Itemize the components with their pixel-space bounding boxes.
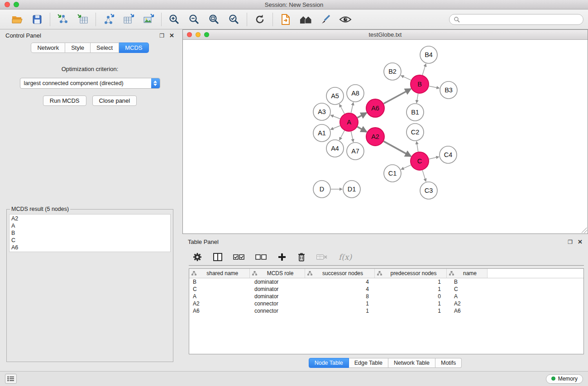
tab-node-table[interactable]: Node Table [309, 358, 349, 368]
table-cell[interactable]: 1 [305, 300, 374, 307]
table-cell[interactable]: dominator [249, 278, 305, 286]
table-row[interactable]: Cdominator41C [189, 286, 583, 293]
tab-edge-table[interactable]: Edge Table [349, 358, 388, 368]
graph-node-mcds[interactable]: A6 [366, 99, 384, 117]
graph-node-mcds[interactable]: A2 [366, 128, 384, 146]
table-cell[interactable]: A [189, 293, 249, 300]
table-cell[interactable]: 1 [374, 286, 446, 293]
graph-edge[interactable] [351, 132, 354, 142]
graph-node[interactable]: B1 [406, 104, 424, 121]
tab-network-table[interactable]: Network Table [388, 358, 435, 368]
graph-node[interactable]: A1 [313, 124, 330, 142]
tab-style[interactable]: Style [65, 43, 91, 53]
resize-grip[interactable] [582, 228, 587, 233]
table-cell[interactable]: A2 [189, 300, 249, 307]
column-header[interactable]: shared name [189, 269, 249, 278]
mcds-result-item[interactable]: A2 [11, 215, 168, 222]
network-zoom-button[interactable] [204, 32, 209, 37]
graph-node[interactable]: D1 [343, 181, 360, 198]
float-table-panel-icon[interactable]: ❐ [568, 239, 573, 245]
mcds-result-item[interactable]: A [11, 222, 168, 229]
network-canvas[interactable]: B4B2BB3A5A8A6A3B1AC2A1A2A4A7C4CC1DD1C3 [183, 40, 588, 234]
graph-node[interactable]: A4 [326, 140, 344, 157]
export-image-icon[interactable] [141, 12, 156, 27]
graph-node-mcds[interactable]: A [340, 113, 358, 131]
import-network-icon[interactable] [55, 12, 71, 27]
close-panel-button[interactable]: Close panel [92, 95, 137, 106]
tab-mcds[interactable]: MCDS [119, 43, 148, 53]
graph-node[interactable]: D [313, 181, 330, 198]
graph-edge[interactable] [339, 131, 344, 140]
table-cell[interactable]: 1 [374, 278, 446, 286]
graph-edge[interactable] [422, 64, 426, 75]
mcds-result-list[interactable]: A2ABCA6 [9, 214, 171, 252]
graph-edge[interactable] [429, 86, 440, 88]
graph-node[interactable]: A8 [347, 85, 364, 102]
node-table-container[interactable]: shared nameMCDS rolesuccessor nodesprede… [189, 268, 584, 354]
delete-column-icon[interactable] [297, 251, 306, 263]
column-header[interactable]: name [446, 269, 487, 278]
graph-node[interactable]: B2 [384, 63, 401, 80]
zoom-selected-icon[interactable] [226, 12, 242, 27]
style-brush-icon[interactable] [318, 12, 333, 27]
table-cell[interactable]: 4 [305, 278, 374, 286]
toolbar-search[interactable] [449, 14, 583, 25]
column-header[interactable]: successor nodes [305, 269, 374, 278]
table-cell[interactable]: 1 [374, 300, 446, 307]
eye-icon[interactable] [338, 12, 353, 27]
zoom-window-button[interactable] [14, 2, 19, 7]
criterion-dropdown[interactable]: largest connected component (directed) [20, 78, 160, 89]
zoom-out-icon[interactable] [186, 12, 202, 27]
table-cell[interactable]: dominator [249, 286, 305, 293]
graph-edge[interactable] [331, 115, 340, 119]
graph-edge[interactable] [401, 165, 411, 170]
delete-table-icon[interactable] [316, 251, 328, 263]
graph-edge[interactable] [384, 89, 411, 104]
table-cell[interactable]: 8 [305, 293, 374, 300]
graph-edge[interactable] [351, 103, 354, 113]
graph-node[interactable]: C3 [420, 182, 437, 199]
table-row[interactable]: A2connector11A2 [189, 300, 583, 307]
snapshot-icon[interactable] [278, 12, 293, 27]
column-header[interactable]: MCDS role [249, 269, 305, 278]
open-folder-icon[interactable] [10, 12, 25, 27]
save-icon[interactable] [29, 12, 45, 27]
table-cell[interactable]: C [189, 286, 249, 293]
network-minimize-button[interactable] [196, 32, 201, 37]
graph-node-mcds[interactable]: C [411, 152, 429, 170]
graph-edge[interactable] [416, 94, 418, 103]
close-window-button[interactable] [5, 2, 10, 7]
graph-node[interactable]: A5 [326, 87, 344, 105]
memory-button[interactable]: Memory [546, 374, 583, 384]
network-close-button[interactable] [187, 32, 192, 37]
network-graph[interactable]: B4B2BB3A5A8A6A3B1AC2A1A2A4A7C4CC1DD1C3 [183, 40, 588, 234]
function-builder-icon[interactable]: f(x) [339, 251, 352, 263]
graph-edge[interactable] [339, 105, 344, 114]
graph-node[interactable]: C4 [440, 146, 457, 163]
graph-edge[interactable] [383, 141, 411, 156]
table-cell[interactable]: A [446, 293, 487, 300]
graph-node[interactable]: A7 [347, 143, 364, 160]
table-cell[interactable]: A2 [446, 300, 487, 307]
graph-edge[interactable] [429, 157, 439, 159]
graph-edge[interactable] [416, 142, 418, 152]
mcds-result-item[interactable]: A6 [11, 244, 168, 251]
table-cell[interactable]: A6 [446, 307, 487, 315]
mcds-result-item[interactable]: B [11, 229, 168, 237]
table-cell[interactable]: C [446, 286, 487, 293]
zoom-fit-icon[interactable] [206, 12, 222, 27]
tab-network[interactable]: Network [31, 43, 65, 53]
table-cell[interactable]: 1 [374, 307, 446, 315]
graph-node[interactable]: A3 [313, 103, 330, 120]
graph-edge[interactable] [422, 170, 426, 181]
table-cell[interactable]: 0 [374, 293, 446, 300]
table-cell[interactable]: B [189, 278, 249, 286]
graph-node[interactable]: C2 [406, 124, 424, 141]
graph-node[interactable]: B4 [420, 46, 437, 63]
gear-icon[interactable] [192, 251, 202, 263]
unselect-all-icon[interactable] [255, 251, 267, 263]
graph-edge[interactable] [331, 126, 340, 129]
table-cell[interactable]: A6 [189, 307, 249, 315]
table-row[interactable]: Adominator80A [189, 293, 583, 300]
table-cell[interactable]: 4 [305, 286, 374, 293]
